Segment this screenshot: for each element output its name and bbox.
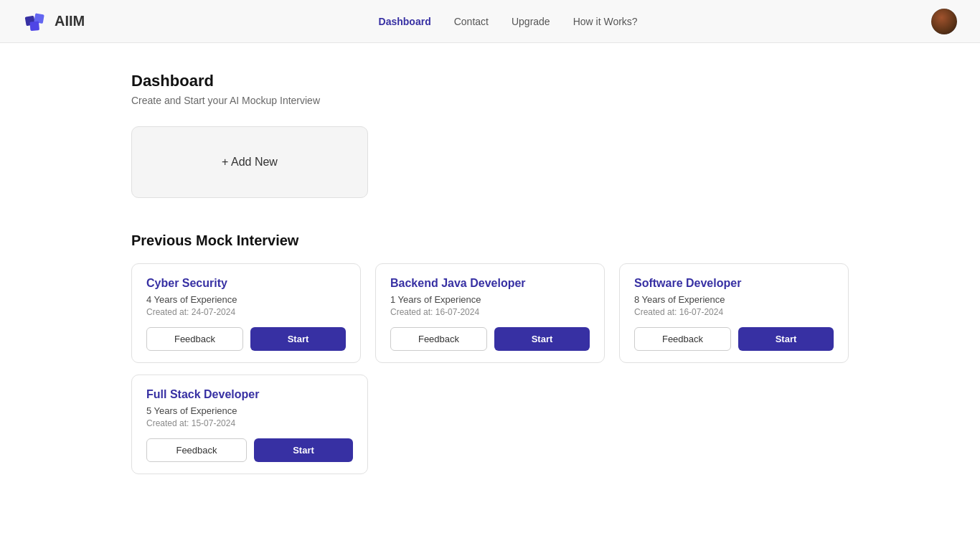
card-created-backend-java: Created at: 16-07-2024 bbox=[390, 307, 590, 317]
interview-card-software-developer: Software Developer 8 Years of Experience… bbox=[619, 263, 849, 363]
nav-how-it-works[interactable]: How it Works? bbox=[573, 16, 638, 27]
svg-rect-2 bbox=[29, 21, 39, 31]
card-actions-full-stack: Feedback Start bbox=[146, 438, 353, 462]
add-new-label: + Add New bbox=[222, 156, 278, 169]
card-actions-cyber-security: Feedback Start bbox=[146, 327, 346, 351]
feedback-button-full-stack[interactable]: Feedback bbox=[146, 438, 247, 462]
card-title-backend-java: Backend Java Developer bbox=[390, 277, 590, 290]
cards-row-1: Cyber Security 4 Years of Experience Cre… bbox=[131, 263, 849, 363]
avatar[interactable] bbox=[931, 9, 957, 34]
feedback-button-backend-java[interactable]: Feedback bbox=[390, 327, 487, 351]
section-title: Previous Mock Interview bbox=[131, 232, 849, 249]
nav: Dashboard Contact Upgrade How it Works? bbox=[379, 16, 638, 27]
card-created-software-developer: Created at: 16-07-2024 bbox=[634, 307, 834, 317]
interview-card-backend-java: Backend Java Developer 1 Years of Experi… bbox=[375, 263, 605, 363]
start-button-backend-java[interactable]: Start bbox=[494, 327, 590, 351]
card-actions-software-developer: Feedback Start bbox=[634, 327, 834, 351]
card-actions-backend-java: Feedback Start bbox=[390, 327, 590, 351]
feedback-button-cyber-security[interactable]: Feedback bbox=[146, 327, 243, 351]
card-experience-backend-java: 1 Years of Experience bbox=[390, 294, 590, 305]
page-title: Dashboard bbox=[131, 72, 849, 90]
feedback-button-software-developer[interactable]: Feedback bbox=[634, 327, 731, 351]
interview-card-full-stack: Full Stack Developer 5 Years of Experien… bbox=[131, 375, 368, 474]
logo-icon bbox=[23, 9, 49, 34]
start-button-software-developer[interactable]: Start bbox=[738, 327, 834, 351]
add-new-card[interactable]: + Add New bbox=[131, 126, 368, 198]
card-created-full-stack: Created at: 15-07-2024 bbox=[146, 418, 353, 428]
start-button-full-stack[interactable]: Start bbox=[254, 438, 353, 462]
card-title-cyber-security: Cyber Security bbox=[146, 277, 346, 290]
nav-dashboard[interactable]: Dashboard bbox=[379, 16, 431, 27]
card-experience-cyber-security: 4 Years of Experience bbox=[146, 294, 346, 305]
page-subtitle: Create and Start your AI Mockup Intervie… bbox=[131, 95, 849, 106]
header: AIIM Dashboard Contact Upgrade How it Wo… bbox=[0, 0, 980, 43]
card-title-full-stack: Full Stack Developer bbox=[146, 388, 353, 401]
card-title-software-developer: Software Developer bbox=[634, 277, 834, 290]
cards-row-2: Full Stack Developer 5 Years of Experien… bbox=[131, 375, 849, 474]
avatar-image bbox=[931, 9, 957, 34]
card-created-cyber-security: Created at: 24-07-2024 bbox=[146, 307, 346, 317]
nav-upgrade[interactable]: Upgrade bbox=[512, 16, 550, 27]
cards-grid: Cyber Security 4 Years of Experience Cre… bbox=[131, 263, 849, 474]
main-content: Dashboard Create and Start your AI Mocku… bbox=[0, 43, 980, 503]
start-button-cyber-security[interactable]: Start bbox=[250, 327, 346, 351]
interview-card-cyber-security: Cyber Security 4 Years of Experience Cre… bbox=[131, 263, 361, 363]
nav-contact[interactable]: Contact bbox=[454, 16, 489, 27]
card-experience-software-developer: 8 Years of Experience bbox=[634, 294, 834, 305]
card-experience-full-stack: 5 Years of Experience bbox=[146, 405, 353, 416]
logo-text: AIIM bbox=[55, 13, 85, 29]
logo[interactable]: AIIM bbox=[23, 9, 85, 34]
